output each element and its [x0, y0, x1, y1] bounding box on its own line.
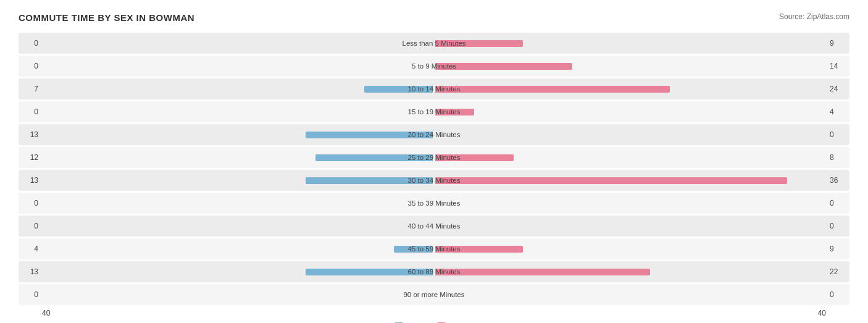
right-value: 0 — [826, 130, 849, 139]
table-row: 1225 to 29 Minutes8 — [19, 147, 849, 168]
bar-container: 25 to 29 Minutes — [42, 147, 826, 168]
left-value: 7 — [19, 85, 42, 93]
left-value: 0 — [19, 107, 42, 116]
male-bar — [315, 154, 433, 161]
left-value: 0 — [19, 39, 42, 48]
female-bar — [435, 109, 474, 115]
right-value: 9 — [826, 39, 849, 48]
bars-wrapper: 5 to 9 Minutes — [42, 56, 826, 77]
female-bar — [435, 177, 787, 184]
male-bar — [306, 132, 433, 138]
bars-wrapper: 35 to 39 Minutes — [42, 193, 826, 214]
bars-wrapper: 45 to 59 Minutes — [42, 238, 826, 259]
table-row: 015 to 19 Minutes4 — [19, 101, 849, 122]
left-value: 4 — [19, 245, 42, 253]
bars-wrapper: 60 to 89 Minutes — [42, 261, 826, 282]
bars-wrapper: 25 to 29 Minutes — [42, 147, 826, 168]
table-row: 0Less than 5 Minutes9 — [19, 33, 849, 54]
table-row: 1360 to 89 Minutes22 — [19, 261, 849, 282]
female-bar — [435, 86, 670, 93]
table-row: 445 to 59 Minutes9 — [19, 238, 849, 259]
right-value: 0 — [826, 199, 849, 208]
female-bar — [435, 269, 650, 275]
right-value: 0 — [826, 222, 849, 230]
axis-row: 40 40 — [19, 309, 849, 317]
bar-container: 30 to 34 Minutes — [42, 170, 826, 191]
female-bar — [435, 154, 514, 161]
male-bar — [364, 86, 433, 93]
table-row: 05 to 9 Minutes14 — [19, 56, 849, 77]
bars-wrapper: 90 or more Minutes — [42, 284, 826, 305]
source-text: Source: ZipAtlas.com — [779, 12, 849, 21]
bars-wrapper: Less than 5 Minutes — [42, 33, 826, 54]
right-value: 36 — [826, 176, 849, 185]
left-value: 13 — [19, 130, 42, 139]
table-row: 710 to 14 Minutes24 — [19, 78, 849, 99]
left-value: 13 — [19, 267, 42, 276]
axis-right: 40 — [818, 309, 826, 317]
bar-container: 90 or more Minutes — [42, 284, 826, 305]
table-row: 1330 to 34 Minutes36 — [19, 170, 849, 191]
right-value: 9 — [826, 245, 849, 253]
left-value: 0 — [19, 199, 42, 208]
bars-wrapper: 20 to 24 Minutes — [42, 124, 826, 145]
male-bar — [306, 269, 433, 275]
bar-container: 45 to 59 Minutes — [42, 238, 826, 259]
right-value: 0 — [826, 290, 849, 299]
left-value: 0 — [19, 290, 42, 299]
bar-container: 40 to 44 Minutes — [42, 216, 826, 237]
table-row: 040 to 44 Minutes0 — [19, 216, 849, 237]
bars-wrapper: 15 to 19 Minutes — [42, 101, 826, 122]
chart-area: 0Less than 5 Minutes905 to 9 Minutes1471… — [19, 33, 849, 323]
table-row: 035 to 39 Minutes0 — [19, 193, 849, 214]
left-value: 0 — [19, 222, 42, 230]
right-value: 8 — [826, 153, 849, 162]
male-bar — [306, 177, 433, 184]
axis-left: 40 — [42, 309, 50, 317]
right-value: 22 — [826, 267, 849, 276]
rows-container: 0Less than 5 Minutes905 to 9 Minutes1471… — [19, 33, 849, 305]
female-bar — [435, 63, 572, 70]
left-value: 13 — [19, 176, 42, 185]
right-value: 24 — [826, 85, 849, 93]
table-row: 090 or more Minutes0 — [19, 284, 849, 305]
chart-title: COMMUTE TIME BY SEX IN BOWMAN — [19, 12, 194, 23]
bar-container: 35 to 39 Minutes — [42, 193, 826, 214]
bars-wrapper: 40 to 44 Minutes — [42, 216, 826, 237]
bars-wrapper: 30 to 34 Minutes — [42, 170, 826, 191]
bar-container: 20 to 24 Minutes — [42, 124, 826, 145]
right-value: 4 — [826, 107, 849, 116]
male-bar — [394, 246, 433, 253]
bars-wrapper: 10 to 14 Minutes — [42, 78, 826, 99]
table-row: 1320 to 24 Minutes0 — [19, 124, 849, 145]
bar-container: 15 to 19 Minutes — [42, 101, 826, 122]
female-bar — [435, 246, 523, 253]
right-value: 14 — [826, 62, 849, 70]
female-bar — [435, 40, 523, 47]
bar-container: 10 to 14 Minutes — [42, 78, 826, 99]
left-value: 0 — [19, 62, 42, 70]
bar-container: Less than 5 Minutes — [42, 33, 826, 54]
bar-container: 5 to 9 Minutes — [42, 56, 826, 77]
left-value: 12 — [19, 153, 42, 162]
bar-container: 60 to 89 Minutes — [42, 261, 826, 282]
